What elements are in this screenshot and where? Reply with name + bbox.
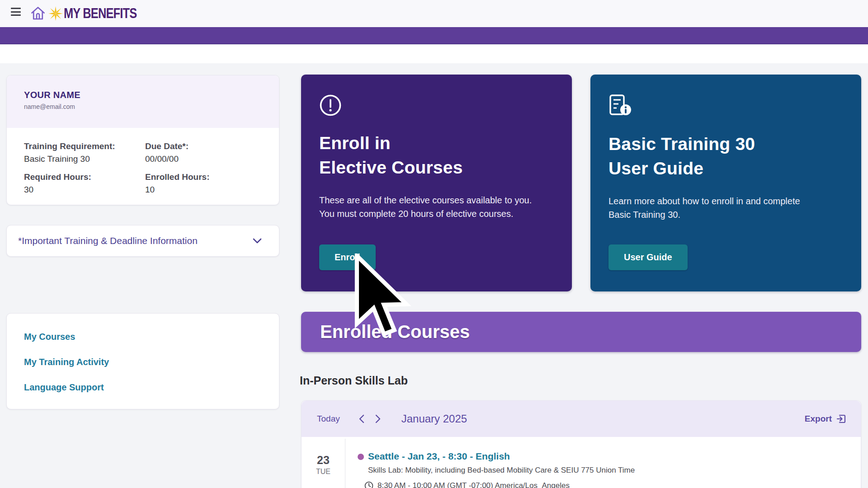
sidebar-item-my-training-activity[interactable]: My Training Activity [24,357,279,367]
exclamation-circle-icon [319,94,342,117]
event-weekday: TUE [302,468,345,476]
enroll-card-body: These are all of the elective courses av… [319,193,554,221]
chevron-down-icon [253,238,262,244]
export-label: Export [805,414,832,424]
event-date: 23 TUE [302,437,345,476]
event-subtitle: Skills Lab: Mobility, including Bed-base… [368,466,635,475]
enrolled-hours-field: Enrolled Hours: 10 [145,172,268,195]
profile-card-header: YOUR NAME name@email.com [7,75,279,128]
document-info-icon [609,94,633,117]
enrolled-courses-title: Enrolled Courses [320,322,470,342]
profile-card: YOUR NAME name@email.com Training Requir… [6,75,279,205]
starburst-icon [48,6,63,21]
brand-logo[interactable]: MY BENEFITS [30,4,153,23]
important-info-accordion[interactable]: *Important Training & Deadline Informati… [6,225,279,257]
user-guide-card: Basic Training 30 User Guide Learn more … [590,75,861,291]
next-month-icon[interactable] [375,414,381,423]
hamburger-menu-icon[interactable] [11,8,21,16]
training-requirement-field: Training Requirement: Basic Training 30 [24,141,145,164]
enroll-card-title: Enroll in Elective Courses [319,131,554,180]
event-time-text: 8:30 AM - 10:00 AM (GMT -07:00) America/… [377,481,570,488]
event-title-link[interactable]: Seattle - Jan 23, - 8:30 - English [368,451,510,462]
date-divider [345,439,345,488]
brand-title: MY BENEFITS [64,5,137,22]
guide-card-body: Learn more about how to enroll in and co… [609,194,843,221]
calendar-header: Today January 2025 Export [302,401,861,437]
user-guide-button[interactable]: User Guide [609,244,688,270]
event-day-number: 23 [302,454,345,467]
sidebar-links-card: My Courses My Training Activity Language… [6,313,279,409]
guide-card-title: Basic Training 30 User Guide [609,132,843,181]
accordion-label: *Important Training & Deadline Informati… [18,235,198,246]
user-email: name@email.com [24,103,279,110]
training-summary: Training Requirement: Basic Training 30 … [24,141,268,195]
home-icon [30,5,46,22]
export-icon [836,414,846,424]
calendar-month-label: January 2025 [401,413,467,425]
required-hours-field: Required Hours: 30 [24,172,145,195]
export-button[interactable]: Export [805,401,846,437]
due-date-field: Due Date*: 00/00/00 [145,141,268,164]
white-band [0,45,868,63]
event-time-row: 8:30 AM - 10:00 AM (GMT -07:00) America/… [364,481,570,488]
sidebar-item-language-support[interactable]: Language Support [24,382,279,393]
event-dot-icon [358,454,364,460]
in-person-skills-lab-heading: In-Person Skills Lab [300,374,408,387]
clock-icon [364,481,373,488]
skills-lab-calendar: Today January 2025 Export [301,400,861,488]
prev-month-icon[interactable] [359,414,364,423]
enrolled-courses-banner: Enrolled Courses [301,312,861,352]
purple-accent-bar [0,27,868,44]
enroll-elective-courses-card: Enroll in Elective Courses These are all… [301,75,572,291]
today-button[interactable]: Today [317,414,340,424]
sidebar-item-my-courses[interactable]: My Courses [24,332,279,342]
user-name: YOUR NAME [24,90,279,100]
enroll-button[interactable]: Enroll [319,244,376,270]
